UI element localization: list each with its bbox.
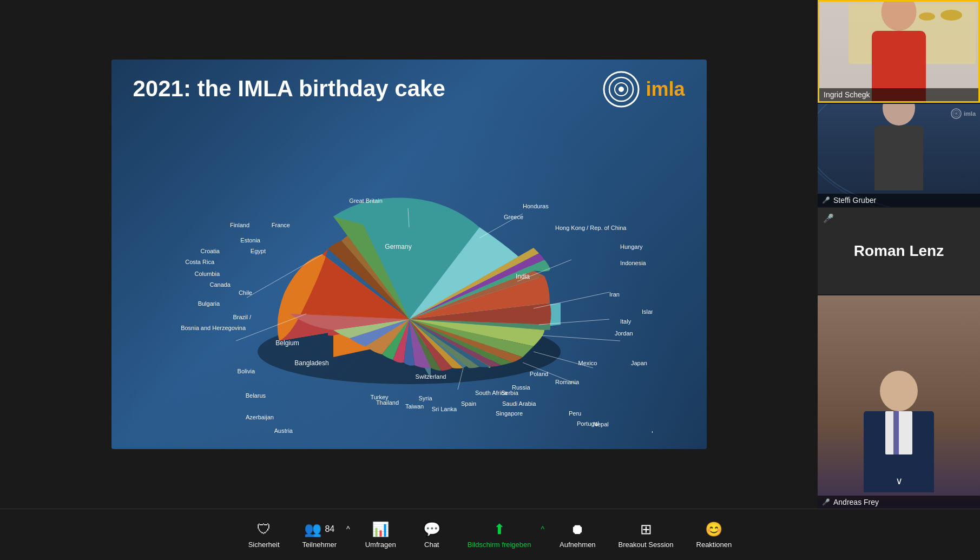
svg-text:Honduras: Honduras <box>523 203 549 209</box>
svg-text:Island: Island <box>642 308 653 315</box>
svg-text:Great Britain: Great Britain <box>349 197 383 204</box>
record-button[interactable]: ⏺ Aufnehmen <box>551 517 604 553</box>
svg-text:Romania: Romania <box>555 379 580 385</box>
svg-text:Japan: Japan <box>631 360 647 366</box>
svg-text:Hong Kong / Rep. of China: Hong Kong / Rep. of China <box>555 225 627 231</box>
svg-text:Bulgaria: Bulgaria <box>198 300 220 307</box>
svg-text:Austria: Austria <box>274 427 293 433</box>
chat-button[interactable]: 💬 Chat <box>410 517 453 553</box>
participant-name-only-roman[interactable]: 🎤 Roman Lenz <box>818 208 980 294</box>
chat-label: Chat <box>424 541 439 549</box>
imla-logo-text: imla <box>646 78 685 101</box>
reactions-label: Reaktionen <box>696 541 732 549</box>
svg-text:Turkey: Turkey <box>370 394 389 400</box>
svg-text:Jordan: Jordan <box>615 330 633 337</box>
svg-text:Belgium: Belgium <box>275 339 299 347</box>
svg-text:France: France <box>271 222 290 228</box>
andreas-mute-icon: 🎤 <box>822 498 830 506</box>
share-screen-button[interactable]: ⬆ Bildschirm freigeben <box>459 517 540 553</box>
share-screen-expand-button[interactable]: ^ <box>540 521 546 538</box>
svg-text:Egypt: Egypt <box>250 248 265 254</box>
svg-text:Singapore: Singapore <box>496 410 523 417</box>
slide-title: 2021: the IMLA birthday cake <box>133 76 445 102</box>
svg-text:Sri Lanka: Sri Lanka <box>431 406 457 412</box>
security-icon: 🛡 <box>257 521 271 538</box>
breakout-icon: ⊞ <box>640 521 652 538</box>
svg-text:Switzerland: Switzerland <box>415 373 446 380</box>
pie-chart-svg: Great Britain Honduras Greece Hong Kong … <box>166 119 653 433</box>
breakout-session-button[interactable]: ⊞ Breakout Session <box>610 517 682 553</box>
polls-label: Umfragen <box>365 541 396 549</box>
security-button[interactable]: 🛡 Sicherheit <box>240 517 288 553</box>
svg-text:Libya: Libya <box>652 430 653 433</box>
share-screen-group: ⬆ Bildschirm freigeben ^ <box>459 517 545 553</box>
svg-text:Estonia: Estonia <box>240 237 261 243</box>
participant-video-steffi[interactable]: imla 🎤 Steffi Gruber <box>818 104 980 207</box>
polls-button[interactable]: 📊 Umfragen <box>357 517 405 553</box>
imla-logo-icon <box>602 70 640 108</box>
participant-name-bar-ingrid: Ingrid Schegk <box>819 88 978 101</box>
svg-text:Indonesia: Indonesia <box>620 260 647 266</box>
svg-text:Poland: Poland <box>529 371 548 377</box>
svg-text:Hungary: Hungary <box>620 243 643 250</box>
participants-label: Teilnehmer <box>302 541 337 549</box>
share-screen-label: Bildschirm freigeben <box>468 541 531 549</box>
chat-icon: 💬 <box>423 521 440 538</box>
slide-container: 2021: the IMLA birthday cake imla <box>111 60 707 449</box>
record-label: Aufnehmen <box>560 541 596 549</box>
svg-text:India: India <box>515 273 529 280</box>
svg-text:Bangladesh: Bangladesh <box>294 359 328 367</box>
svg-text:Italy: Italy <box>620 318 632 325</box>
svg-text:Costa Rica: Costa Rica <box>185 259 215 265</box>
steffi-mute-icon: 🎤 <box>822 196 830 204</box>
svg-text:Azerbaijan: Azerbaijan <box>246 414 274 420</box>
right-sidebar: Ingrid Schegk imla <box>818 0 980 509</box>
participant-count: 84 <box>325 524 334 534</box>
ingrid-name: Ingrid Schegk <box>824 90 870 99</box>
security-label: Sicherheit <box>248 541 280 549</box>
participants-button[interactable]: 👥 84 Teilnehmer <box>294 517 346 553</box>
pie-chart: Great Britain Honduras Greece Hong Kong … <box>166 119 653 433</box>
svg-text:Nepal: Nepal <box>593 421 609 427</box>
svg-text:Spain: Spain <box>461 400 476 407</box>
record-icon: ⏺ <box>570 521 584 538</box>
polls-icon: 📊 <box>372 521 389 538</box>
participant-name-bar-steffi: 🎤 Steffi Gruber <box>818 194 980 207</box>
participants-icon: 👥 <box>304 521 321 538</box>
svg-text:Malaysia: Malaysia <box>603 432 627 433</box>
svg-line-10 <box>542 335 620 341</box>
presentation-area: 2021: the IMLA birthday cake imla <box>0 0 818 509</box>
svg-text:Bosnia and Herzegovina: Bosnia and Herzegovina <box>181 325 246 331</box>
svg-text:Saudi Arabia: Saudi Arabia <box>502 400 536 407</box>
svg-text:Peru: Peru <box>569 410 581 417</box>
svg-text:South Africa: South Africa <box>475 390 508 396</box>
svg-point-3 <box>619 87 624 92</box>
share-screen-icon: ⬆ <box>494 521 505 538</box>
svg-text:Columbia: Columbia <box>194 271 220 277</box>
svg-point-87 <box>956 113 957 114</box>
andreas-name: Andreas Frey <box>833 498 879 506</box>
svg-text:Taiwan: Taiwan <box>405 403 423 410</box>
svg-text:Brazil /: Brazil / <box>233 314 252 320</box>
svg-text:Mexico: Mexico <box>578 360 597 366</box>
expand-participants-button[interactable]: ∨ <box>896 475 903 487</box>
svg-text:Finland: Finland <box>229 222 249 228</box>
participant-video-andreas[interactable]: 🎤 Andreas Frey ∨ <box>818 295 980 509</box>
reactions-button[interactable]: 😊 Reaktionen <box>688 517 741 553</box>
participant-video-ingrid[interactable]: Ingrid Schegk <box>818 0 980 103</box>
svg-text:Germany: Germany <box>385 243 411 251</box>
roman-mute-icon: 🎤 <box>823 213 834 223</box>
svg-text:Canada: Canada <box>209 281 231 288</box>
breakout-label: Breakout Session <box>619 541 674 549</box>
roman-name: Roman Lenz <box>854 242 944 260</box>
participant-name-bar-andreas: 🎤 Andreas Frey <box>818 496 980 509</box>
reactions-icon: 😊 <box>705 521 722 538</box>
svg-text:Syria: Syria <box>418 395 432 401</box>
svg-text:Chile: Chile <box>238 289 252 296</box>
steffi-name: Steffi Gruber <box>833 196 876 205</box>
participants-expand-button[interactable]: ^ <box>345 521 351 538</box>
participants-group: 👥 84 Teilnehmer ^ <box>294 517 351 553</box>
svg-text:Croatia: Croatia <box>200 248 220 254</box>
toolbar: 🛡 Sicherheit 👥 84 Teilnehmer ^ 📊 Umfrage… <box>0 509 980 560</box>
svg-text:Greece: Greece <box>504 214 523 220</box>
